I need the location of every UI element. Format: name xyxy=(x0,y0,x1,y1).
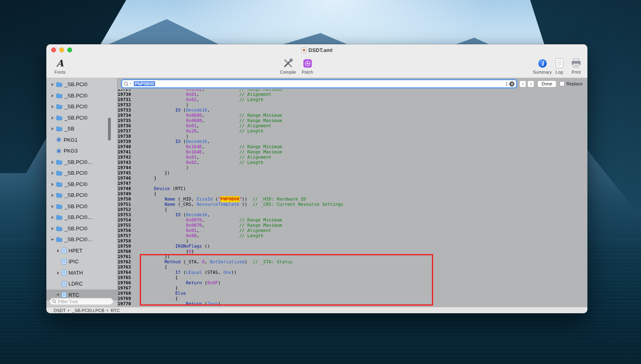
find-previous-button[interactable]: ‹ xyxy=(519,81,526,87)
replace-checkbox[interactable] xyxy=(560,81,564,86)
close-button[interactable] xyxy=(51,48,56,52)
code-text[interactable]: 0x0680, // Range Maximum xyxy=(133,118,282,123)
sidebar-item-sb-pci0[interactable]: _SB.PCI0 xyxy=(46,101,117,112)
code-text[interactable]: 0x02, // Length xyxy=(133,97,263,102)
fonts-button[interactable]: A Fonts xyxy=(50,57,71,74)
sidebar-item-ipic[interactable]: IPIC xyxy=(46,256,117,267)
code-text[interactable]: Return (Zero) xyxy=(133,301,221,306)
disclosure-right-icon[interactable] xyxy=(50,215,55,219)
sidebar-item-sb-pci0[interactable]: _SB.PCI0 xyxy=(46,168,117,179)
disclosure-right-icon[interactable] xyxy=(50,193,55,197)
code-text[interactable]: }) xyxy=(133,254,170,259)
code-text[interactable]: 0x0680, // Range Minimum xyxy=(133,113,282,118)
sidebar-item-sb-pci0[interactable]: _SB.PCI0… xyxy=(46,157,117,168)
code-text[interactable]: ) xyxy=(133,134,189,139)
sidebar-item-sb-pci0[interactable]: _SB.PCI0… xyxy=(46,212,117,223)
sidebar-item-ldrc[interactable]: LDRC xyxy=(46,278,117,290)
disclosure-right-icon[interactable] xyxy=(50,126,55,131)
code-text[interactable]: } xyxy=(133,285,178,291)
filter-tree-input[interactable] xyxy=(58,299,111,304)
sidebar-item-math[interactable]: MATH xyxy=(46,267,117,279)
window-titlebar[interactable]: DSDT.aml xyxy=(46,44,587,56)
code-text[interactable]: {8} xyxy=(133,249,194,254)
disclosure-right-icon[interactable] xyxy=(50,116,55,120)
code-text[interactable]: { xyxy=(133,191,157,196)
code-text[interactable]: { xyxy=(133,296,178,301)
disclosure-right-icon[interactable] xyxy=(50,82,55,87)
sidebar-item-sb-pci0[interactable]: _SB.PCI0… xyxy=(46,234,117,245)
code-text[interactable]: Else xyxy=(133,291,186,296)
code-text[interactable]: } xyxy=(133,306,178,307)
sidebar-item-pkg3[interactable]: PKG3 xyxy=(46,145,117,157)
breadcrumb-item[interactable]: _SB.PCI0.LPCB xyxy=(72,308,104,313)
search-field[interactable]: PNP0B00 1 × xyxy=(122,80,516,87)
code-text[interactable]: }) xyxy=(133,170,170,176)
disclosure-right-icon[interactable] xyxy=(50,226,55,231)
disclosure-down-icon[interactable] xyxy=(56,293,60,297)
sidebar-item-sb-pci0[interactable]: _SB.PCI0 xyxy=(46,79,117,90)
replace-toggle[interactable]: Replace xyxy=(560,81,583,86)
code-text[interactable]: 0x01, // Alignment xyxy=(133,228,271,233)
disclosure-right-icon[interactable] xyxy=(50,104,55,109)
code-text[interactable]: ) xyxy=(133,102,189,108)
done-button[interactable]: Done xyxy=(537,81,556,87)
code-text[interactable]: IO (Decode16, xyxy=(133,139,210,144)
code-line: 19732 ) xyxy=(118,102,587,108)
disclosure-down-icon[interactable] xyxy=(50,237,55,242)
minimize-button[interactable] xyxy=(59,48,64,52)
sidebar-item-sb[interactable]: _SB xyxy=(46,123,117,134)
code-text[interactable]: 0x08, // Length xyxy=(133,233,263,238)
print-button[interactable]: Print xyxy=(566,57,587,74)
code-text[interactable]: 0x01, // Alignment xyxy=(133,155,271,160)
code-text[interactable]: Return (0x0F) xyxy=(133,280,221,285)
disclosure-right-icon[interactable] xyxy=(56,248,60,253)
find-next-button[interactable]: › xyxy=(527,81,534,87)
code-text[interactable]: 0x02, // Length xyxy=(133,160,263,165)
disclosure-right-icon[interactable] xyxy=(50,171,55,175)
code-text[interactable]: IO (Decode16, xyxy=(133,108,210,113)
sidebar-item-sb-pci0[interactable]: _SB.PCI0 xyxy=(46,201,117,212)
search-icon[interactable] xyxy=(124,81,132,87)
code-text[interactable]: Method (_STA, 0, NotSerialized) // _STA:… xyxy=(133,259,292,265)
filter-tree-field[interactable] xyxy=(50,298,113,305)
code-text[interactable]: Name (_HID, EisaId ("PNP0B00")) // _HID:… xyxy=(133,196,306,202)
compile-button[interactable]: Compile xyxy=(278,57,299,74)
zoom-button[interactable] xyxy=(67,48,72,52)
disclosure-right-icon[interactable] xyxy=(56,271,60,275)
disclosure-right-icon[interactable] xyxy=(50,204,55,209)
code-text[interactable]: 0x164E, // Range Maximum xyxy=(133,149,282,155)
sidebar-item-sb-pci0[interactable]: _SB.PCI0 xyxy=(46,223,117,234)
code-text[interactable]: Name (_CRS, ResourceTemplate () // _CRS:… xyxy=(133,202,343,207)
code-text[interactable]: 0x20, // Length xyxy=(133,128,263,134)
breadcrumb-item[interactable]: DSDT xyxy=(54,308,66,313)
sidebar-item-hpet[interactable]: HPET xyxy=(46,245,117,256)
code-text[interactable]: 0x0070, // Range Maximum xyxy=(133,223,282,228)
code-text[interactable]: IRQNoFlags () xyxy=(133,244,210,249)
code-text[interactable]: 0x164E, // Range Minimum xyxy=(133,144,282,149)
sidebar-item-sb-pci0[interactable]: _SB.PCI0 xyxy=(46,112,117,124)
code-text[interactable]: } xyxy=(133,176,157,181)
breadcrumb-item[interactable]: RTC xyxy=(111,308,120,313)
sidebar-item-sb-pci0[interactable]: _SB.PCI0 xyxy=(46,190,117,201)
code-text[interactable]: { xyxy=(133,275,178,280)
sidebar-item-pkg1[interactable]: PKG1 xyxy=(46,134,117,146)
sidebar-item-sb-pci0[interactable]: _SB.PCI0 xyxy=(46,90,117,101)
disclosure-right-icon[interactable] xyxy=(50,182,55,186)
code-text[interactable]: IO (Decode16, xyxy=(133,212,210,217)
disclosure-right-icon[interactable] xyxy=(50,93,55,98)
code-text[interactable]: { xyxy=(133,207,167,212)
code-text[interactable]: ) xyxy=(133,238,189,244)
code-text[interactable]: { xyxy=(133,265,167,270)
disclosure-right-icon[interactable] xyxy=(50,160,55,164)
patch-button[interactable]: Patch xyxy=(297,57,318,74)
clear-search-button[interactable]: × xyxy=(509,81,514,87)
code-text[interactable]: 0x0070, // Range Minimum xyxy=(133,217,282,223)
code-text[interactable]: Device (RTC) xyxy=(133,186,186,191)
code-text[interactable]: 0x01, // Alignment xyxy=(133,92,271,97)
sidebar-item-sb-pci0[interactable]: _SB.PCI0 xyxy=(46,179,117,190)
code-text[interactable]: 0x01, // Alignment xyxy=(133,123,271,128)
code-text[interactable]: If (LEqual (STAS, One)) xyxy=(133,270,236,275)
code-editor[interactable]: 19729 0x00B2, // Range Maximum19730 0x01… xyxy=(118,89,587,307)
sidebar-scrollbar[interactable] xyxy=(108,118,111,141)
code-text[interactable]: ) xyxy=(133,165,189,170)
